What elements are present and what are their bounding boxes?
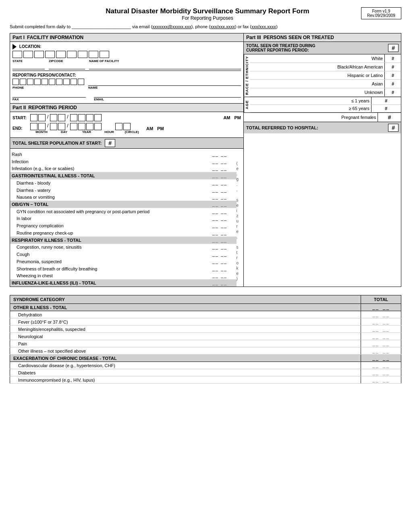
age-hash-1[interactable]: #: [371, 104, 401, 112]
syndrome-dash-10[interactable]: __ __: [203, 222, 236, 229]
syndrome-dash-18[interactable]: __ __: [203, 279, 236, 287]
syndrome-dash-1[interactable]: __ __: [203, 158, 236, 165]
loc-box-2[interactable]: [23, 51, 33, 58]
syndrome-dash-12[interactable]: __ __: [203, 237, 236, 244]
start-m2[interactable]: [38, 114, 46, 121]
loc-box-7[interactable]: [78, 51, 87, 58]
race-hash-1[interactable]: #: [385, 62, 401, 71]
start-y4[interactable]: [94, 114, 102, 121]
loc-box-6[interactable]: [67, 51, 77, 58]
start-date-group: / /: [30, 114, 102, 121]
facility-section: LOCATION: STATE ZIPCODE: [10, 42, 243, 104]
form-subtitle: For Reporting Purposes: [54, 15, 361, 21]
bottom-total-5[interactable]: __ __: [361, 340, 401, 347]
phone-box-2[interactable]: [20, 79, 26, 85]
race-hash-0[interactable]: #: [385, 54, 401, 62]
start-y2[interactable]: [78, 114, 85, 121]
bottom-total-3[interactable]: __ __: [361, 326, 401, 333]
start-y1[interactable]: [70, 114, 77, 121]
phone-box-10[interactable]: [78, 79, 84, 85]
syndrome-dash-5[interactable]: __ __: [203, 187, 236, 194]
loc-box-4[interactable]: [45, 51, 55, 58]
end-m2[interactable]: [38, 123, 46, 130]
end-m1[interactable]: [30, 123, 37, 130]
end-y3[interactable]: [86, 123, 93, 130]
phone-box-9[interactable]: [71, 79, 77, 85]
phone-box-7[interactable]: [56, 79, 62, 85]
loc-box-9[interactable]: [100, 51, 109, 58]
phone-link[interactable]: xxx/xxx.xxxx: [210, 24, 235, 29]
race-row-2: Hispanic or Latino#: [250, 71, 401, 79]
start-y3[interactable]: [86, 114, 93, 121]
bottom-total-10[interactable]: __ __: [361, 376, 401, 384]
syndrome-dash-0[interactable]: __ __: [203, 151, 236, 158]
form-rev-date: Rev.09/29/2009: [364, 13, 399, 18]
start-d2[interactable]: [58, 114, 65, 121]
fax-input[interactable]: [12, 91, 86, 98]
start-d1[interactable]: [50, 114, 57, 121]
phone-box-8[interactable]: [63, 79, 70, 85]
state-input[interactable]: [12, 63, 45, 69]
race-ethnicity-label: RACE / ETHNICITY: [244, 54, 250, 97]
zipcode-input[interactable]: [49, 63, 85, 69]
syndrome-dash-15[interactable]: __ __: [203, 258, 236, 265]
syndrome-dash-9[interactable]: __ __: [203, 215, 236, 222]
bottom-total-2[interactable]: __ __: [361, 318, 401, 326]
email-input[interactable]: [94, 91, 241, 98]
fax-field: FAX: [12, 91, 86, 101]
bottom-row-2: Fever (≥100°F or 37.8°C)__ __: [10, 318, 401, 326]
syndrome-dash-2[interactable]: __ __: [203, 165, 236, 172]
phone-box-6[interactable]: [49, 79, 55, 85]
facility-input[interactable]: [89, 63, 241, 69]
bottom-total-8[interactable]: __ __: [361, 362, 401, 369]
loc-box-8[interactable]: [89, 51, 98, 58]
syndrome-dash-16[interactable]: __ __: [203, 265, 236, 272]
bottom-total-9[interactable]: __ __: [361, 369, 401, 376]
syndrome-dash-7[interactable]: __ __: [203, 201, 236, 208]
syndrome-dash-13[interactable]: __ __: [203, 244, 236, 251]
loc-box-3[interactable]: [34, 51, 44, 58]
syndrome-dash-4[interactable]: __ __: [203, 179, 236, 187]
race-hash-3[interactable]: #: [385, 79, 401, 88]
syndrome-dash-14[interactable]: __ __: [203, 251, 236, 258]
start-am: AM: [223, 115, 230, 120]
fax-link[interactable]: xxx/xxx.xxxx: [251, 24, 276, 29]
syndrome-name-10: Pregnancy complication: [10, 222, 203, 229]
bottom-total-1[interactable]: __ __: [361, 311, 401, 318]
phone-box-1[interactable]: [12, 79, 19, 85]
end-y4[interactable]: [94, 123, 102, 130]
end-h2[interactable]: [123, 123, 131, 130]
bottom-total-4[interactable]: __ __: [361, 333, 401, 340]
syndrome-dash-6[interactable]: __ __: [203, 193, 236, 201]
phone-box-3[interactable]: [27, 79, 33, 85]
start-m1[interactable]: [30, 114, 37, 121]
age-hash-0[interactable]: #: [371, 97, 401, 105]
part3-label: Part III: [246, 35, 261, 40]
phone-box-4[interactable]: [34, 79, 41, 85]
loc-box-1[interactable]: [12, 51, 22, 58]
syndrome-name-15: Pneumonia, suspected: [10, 258, 203, 265]
bottom-total-0[interactable]: __ __: [361, 304, 401, 311]
end-h1[interactable]: [115, 123, 122, 130]
reporting-label: REPORTING PERSON/CONTACT:: [12, 73, 241, 77]
end-y2[interactable]: [78, 123, 85, 130]
or-fax-text: ) or fax (: [235, 24, 251, 29]
zipcode-label: ZIPCODE: [49, 59, 85, 63]
race-hash-2[interactable]: #: [385, 71, 401, 79]
bottom-total-6[interactable]: __ __: [361, 347, 401, 355]
bottom-cat-9: Diabetes: [10, 369, 361, 376]
syndrome-dash-11[interactable]: __ __: [203, 229, 236, 237]
part1-header: Part I FACILITY INFORMATION: [10, 33, 243, 42]
end-d1[interactable]: [50, 123, 57, 130]
end-y1[interactable]: [70, 123, 77, 130]
phone-box-5[interactable]: [42, 79, 48, 85]
bottom-cat-7: EXACERBATION OF CHRONIC DISEASE - TOTAL: [10, 355, 361, 362]
loc-box-5[interactable]: [56, 51, 66, 58]
syndrome-dash-3[interactable]: __ __: [203, 172, 236, 179]
race-hash-4[interactable]: #: [385, 88, 401, 96]
syndrome-dash-17[interactable]: __ __: [203, 272, 236, 279]
syndrome-dash-8[interactable]: __ __: [203, 208, 236, 215]
email-link[interactable]: xxxxxxx@xxxxx.xxx: [152, 24, 191, 29]
bottom-total-7[interactable]: __ __: [361, 355, 401, 362]
end-d2[interactable]: [58, 123, 65, 130]
